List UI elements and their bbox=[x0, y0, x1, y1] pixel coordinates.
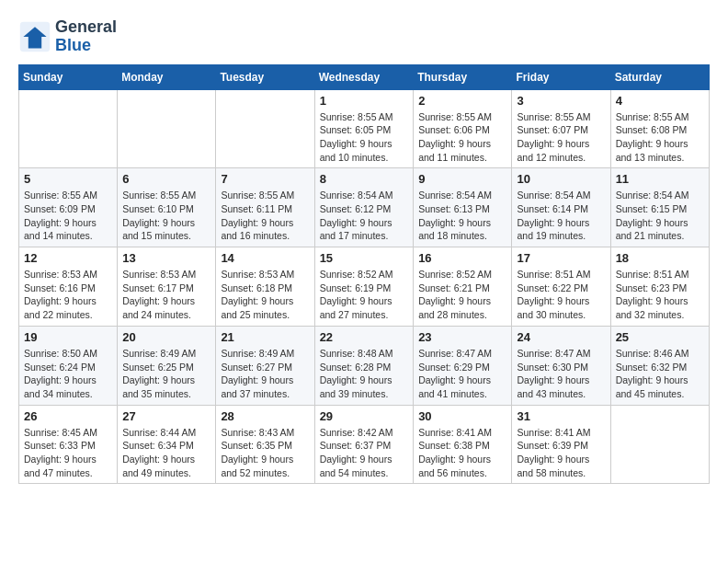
calendar-cell: 10Sunrise: 8:54 AM Sunset: 6:14 PM Dayli… bbox=[512, 168, 610, 247]
day-info: Sunrise: 8:54 AM Sunset: 6:12 PM Dayligh… bbox=[320, 189, 409, 243]
day-info: Sunrise: 8:52 AM Sunset: 6:19 PM Dayligh… bbox=[320, 268, 409, 322]
day-number: 23 bbox=[418, 330, 506, 344]
day-number: 19 bbox=[24, 330, 112, 344]
day-number: 10 bbox=[517, 172, 605, 186]
day-number: 29 bbox=[320, 409, 409, 423]
weekday-header: Sunday bbox=[19, 64, 118, 89]
calendar-table: SundayMondayTuesdayWednesdayThursdayFrid… bbox=[18, 64, 710, 485]
day-info: Sunrise: 8:55 AM Sunset: 6:05 PM Dayligh… bbox=[320, 110, 409, 165]
day-info: Sunrise: 8:47 AM Sunset: 6:29 PM Dayligh… bbox=[418, 347, 506, 401]
day-number: 14 bbox=[221, 251, 309, 265]
weekday-header: Tuesday bbox=[216, 64, 314, 89]
day-number: 3 bbox=[517, 94, 605, 108]
day-number: 28 bbox=[221, 409, 309, 423]
calendar-cell: 5Sunrise: 8:55 AM Sunset: 6:09 PM Daylig… bbox=[19, 168, 118, 247]
day-info: Sunrise: 8:55 AM Sunset: 6:10 PM Dayligh… bbox=[122, 189, 210, 243]
day-info: Sunrise: 8:49 AM Sunset: 6:27 PM Dayligh… bbox=[221, 347, 309, 401]
day-number: 24 bbox=[517, 330, 605, 344]
day-info: Sunrise: 8:53 AM Sunset: 6:16 PM Dayligh… bbox=[24, 268, 112, 322]
day-info: Sunrise: 8:48 AM Sunset: 6:28 PM Dayligh… bbox=[320, 347, 409, 401]
logo-line1: General bbox=[55, 18, 117, 37]
calendar-cell: 23Sunrise: 8:47 AM Sunset: 6:29 PM Dayli… bbox=[414, 326, 512, 405]
day-number: 17 bbox=[517, 251, 605, 265]
day-number: 7 bbox=[221, 172, 309, 186]
calendar-cell: 3Sunrise: 8:55 AM Sunset: 6:07 PM Daylig… bbox=[512, 89, 610, 168]
day-number: 13 bbox=[122, 251, 210, 265]
day-number: 25 bbox=[616, 330, 704, 344]
calendar-cell: 21Sunrise: 8:49 AM Sunset: 6:27 PM Dayli… bbox=[216, 326, 314, 405]
page-header: General Blue bbox=[18, 18, 710, 55]
calendar-cell: 13Sunrise: 8:53 AM Sunset: 6:17 PM Dayli… bbox=[118, 247, 216, 327]
weekday-header: Thursday bbox=[414, 64, 512, 89]
day-info: Sunrise: 8:55 AM Sunset: 6:06 PM Dayligh… bbox=[418, 110, 506, 165]
calendar-cell: 16Sunrise: 8:52 AM Sunset: 6:21 PM Dayli… bbox=[414, 247, 512, 327]
logo-icon bbox=[18, 20, 51, 53]
weekday-header: Monday bbox=[118, 64, 216, 89]
day-info: Sunrise: 8:46 AM Sunset: 6:32 PM Dayligh… bbox=[616, 347, 704, 401]
day-number: 21 bbox=[221, 330, 309, 344]
calendar-cell bbox=[118, 89, 216, 168]
day-number: 8 bbox=[320, 172, 409, 186]
day-number: 30 bbox=[418, 409, 506, 423]
day-number: 6 bbox=[122, 172, 210, 186]
day-info: Sunrise: 8:41 AM Sunset: 6:39 PM Dayligh… bbox=[517, 426, 605, 480]
day-number: 26 bbox=[24, 409, 112, 423]
day-info: Sunrise: 8:53 AM Sunset: 6:17 PM Dayligh… bbox=[122, 268, 210, 322]
calendar-cell: 25Sunrise: 8:46 AM Sunset: 6:32 PM Dayli… bbox=[610, 326, 709, 405]
calendar-cell: 4Sunrise: 8:55 AM Sunset: 6:08 PM Daylig… bbox=[610, 89, 709, 168]
calendar-cell: 19Sunrise: 8:50 AM Sunset: 6:24 PM Dayli… bbox=[19, 326, 118, 405]
day-number: 20 bbox=[122, 330, 210, 344]
day-number: 16 bbox=[418, 251, 506, 265]
day-info: Sunrise: 8:43 AM Sunset: 6:35 PM Dayligh… bbox=[221, 426, 309, 480]
day-info: Sunrise: 8:44 AM Sunset: 6:34 PM Dayligh… bbox=[122, 426, 210, 480]
calendar-cell: 18Sunrise: 8:51 AM Sunset: 6:23 PM Dayli… bbox=[610, 247, 709, 327]
logo-line2: Blue bbox=[55, 37, 117, 55]
calendar-cell: 26Sunrise: 8:45 AM Sunset: 6:33 PM Dayli… bbox=[19, 405, 118, 484]
calendar-cell: 6Sunrise: 8:55 AM Sunset: 6:10 PM Daylig… bbox=[118, 168, 216, 247]
calendar-week-row: 5Sunrise: 8:55 AM Sunset: 6:09 PM Daylig… bbox=[19, 168, 710, 247]
calendar-cell: 11Sunrise: 8:54 AM Sunset: 6:15 PM Dayli… bbox=[610, 168, 709, 247]
calendar-week-row: 26Sunrise: 8:45 AM Sunset: 6:33 PM Dayli… bbox=[19, 405, 710, 484]
calendar-cell: 14Sunrise: 8:53 AM Sunset: 6:18 PM Dayli… bbox=[216, 247, 314, 327]
day-number: 11 bbox=[616, 172, 704, 186]
day-number: 9 bbox=[418, 172, 506, 186]
day-info: Sunrise: 8:55 AM Sunset: 6:09 PM Dayligh… bbox=[24, 189, 112, 243]
day-info: Sunrise: 8:55 AM Sunset: 6:08 PM Dayligh… bbox=[616, 110, 704, 165]
day-info: Sunrise: 8:52 AM Sunset: 6:21 PM Dayligh… bbox=[418, 268, 506, 322]
calendar-cell: 20Sunrise: 8:49 AM Sunset: 6:25 PM Dayli… bbox=[118, 326, 216, 405]
calendar-cell: 24Sunrise: 8:47 AM Sunset: 6:30 PM Dayli… bbox=[512, 326, 610, 405]
calendar-week-row: 12Sunrise: 8:53 AM Sunset: 6:16 PM Dayli… bbox=[19, 247, 710, 327]
calendar-cell: 7Sunrise: 8:55 AM Sunset: 6:11 PM Daylig… bbox=[216, 168, 314, 247]
calendar-cell bbox=[216, 89, 314, 168]
day-info: Sunrise: 8:51 AM Sunset: 6:22 PM Dayligh… bbox=[517, 268, 605, 322]
logo: General Blue bbox=[18, 18, 117, 55]
day-number: 4 bbox=[616, 94, 704, 108]
calendar-cell: 15Sunrise: 8:52 AM Sunset: 6:19 PM Dayli… bbox=[314, 247, 414, 327]
day-info: Sunrise: 8:50 AM Sunset: 6:24 PM Dayligh… bbox=[24, 347, 112, 401]
calendar-cell: 12Sunrise: 8:53 AM Sunset: 6:16 PM Dayli… bbox=[19, 247, 118, 327]
day-info: Sunrise: 8:53 AM Sunset: 6:18 PM Dayligh… bbox=[221, 268, 309, 322]
calendar-cell: 2Sunrise: 8:55 AM Sunset: 6:06 PM Daylig… bbox=[414, 89, 512, 168]
day-number: 18 bbox=[616, 251, 704, 265]
day-number: 27 bbox=[122, 409, 210, 423]
calendar-cell: 9Sunrise: 8:54 AM Sunset: 6:13 PM Daylig… bbox=[414, 168, 512, 247]
calendar-cell bbox=[610, 405, 709, 484]
calendar-week-row: 19Sunrise: 8:50 AM Sunset: 6:24 PM Dayli… bbox=[19, 326, 710, 405]
day-info: Sunrise: 8:49 AM Sunset: 6:25 PM Dayligh… bbox=[122, 347, 210, 401]
day-info: Sunrise: 8:55 AM Sunset: 6:07 PM Dayligh… bbox=[517, 110, 605, 165]
calendar-cell: 27Sunrise: 8:44 AM Sunset: 6:34 PM Dayli… bbox=[118, 405, 216, 484]
calendar-cell: 29Sunrise: 8:42 AM Sunset: 6:37 PM Dayli… bbox=[314, 405, 414, 484]
day-info: Sunrise: 8:51 AM Sunset: 6:23 PM Dayligh… bbox=[616, 268, 704, 322]
day-info: Sunrise: 8:54 AM Sunset: 6:13 PM Dayligh… bbox=[418, 189, 506, 243]
calendar-header: SundayMondayTuesdayWednesdayThursdayFrid… bbox=[19, 64, 710, 89]
weekday-header: Wednesday bbox=[314, 64, 414, 89]
day-info: Sunrise: 8:47 AM Sunset: 6:30 PM Dayligh… bbox=[517, 347, 605, 401]
day-number: 15 bbox=[320, 251, 409, 265]
weekday-header: Friday bbox=[512, 64, 610, 89]
day-info: Sunrise: 8:54 AM Sunset: 6:15 PM Dayligh… bbox=[616, 189, 704, 243]
day-info: Sunrise: 8:55 AM Sunset: 6:11 PM Dayligh… bbox=[221, 189, 309, 243]
calendar-cell: 8Sunrise: 8:54 AM Sunset: 6:12 PM Daylig… bbox=[314, 168, 414, 247]
calendar-cell bbox=[19, 89, 118, 168]
day-number: 2 bbox=[418, 94, 506, 108]
day-info: Sunrise: 8:41 AM Sunset: 6:38 PM Dayligh… bbox=[418, 426, 506, 480]
